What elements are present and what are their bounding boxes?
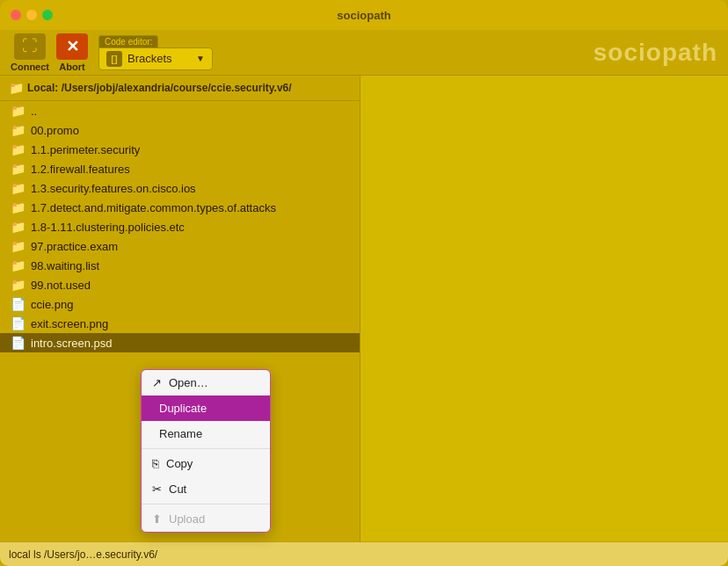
- traffic-lights: [11, 10, 53, 20]
- context-menu-divider: [142, 504, 270, 504]
- file-name: 1.1.perimeter.security: [31, 143, 140, 156]
- connect-label: Connect: [11, 62, 49, 72]
- file-panel-path: Local: /Users/jobj/alexandria/course/cci…: [27, 82, 292, 94]
- file-icon: 📁: [11, 162, 25, 176]
- file-name: intro.screen.psd: [31, 337, 113, 350]
- close-button[interactable]: [11, 10, 21, 20]
- context-menu-divider: [142, 448, 270, 449]
- main-area: 📁 Local: /Users/jobj/alexandria/course/c…: [0, 76, 728, 541]
- file-icon: 📄: [11, 336, 25, 350]
- connect-icon: ⛶: [14, 33, 46, 60]
- file-icon: 📁: [11, 278, 25, 292]
- context-menu-item-open[interactable]: ↗Open…: [142, 370, 270, 395]
- file-icon: 📁: [11, 181, 25, 195]
- file-name: 1.8-1.11.clustering.policies.etc: [31, 221, 185, 234]
- context-menu-item-duplicate[interactable]: Duplicate: [142, 395, 270, 421]
- file-name: 00.promo: [31, 124, 79, 137]
- context-menu: ↗Open…DuplicateRename⎘Copy✂Cut⬆Upload: [141, 369, 271, 533]
- file-icon: 📁: [11, 220, 25, 234]
- file-icon: 📁: [11, 239, 25, 253]
- code-editor-label: Code editor:: [98, 35, 158, 47]
- file-item[interactable]: 📁99.not.used: [0, 275, 360, 294]
- copy-label: Copy: [166, 457, 193, 470]
- abort-label: Abort: [59, 62, 84, 72]
- abort-icon: ✕: [56, 33, 88, 60]
- file-panel-header: 📁 Local: /Users/jobj/alexandria/course/c…: [0, 76, 360, 101]
- file-item[interactable]: 📁1.7.detect.and.mitigate.common.types.of…: [0, 198, 360, 217]
- file-item[interactable]: 📄ccie.png: [0, 294, 360, 314]
- context-menu-item-cut[interactable]: ✂Cut: [142, 476, 270, 502]
- app-title: sociopath: [593, 39, 717, 67]
- brackets-icon: []: [106, 51, 122, 67]
- right-panel: [360, 76, 728, 541]
- status-text: local ls /Users/jo…e.security.v6/: [9, 548, 157, 561]
- context-menu-item-rename[interactable]: Rename: [142, 421, 270, 446]
- file-item[interactable]: 📁97.practice.exam: [0, 236, 360, 256]
- window-title: sociopath: [337, 9, 390, 22]
- editor-name: Brackets: [127, 52, 191, 65]
- context-menu-item-copy[interactable]: ⎘Copy: [142, 451, 270, 476]
- status-bar: local ls /Users/jo…e.security.v6/: [0, 541, 728, 566]
- file-name: exit.screen.png: [31, 317, 108, 330]
- file-icon: 📄: [11, 297, 25, 311]
- file-item[interactable]: 📁..: [0, 101, 360, 120]
- file-name: ..: [31, 105, 37, 118]
- copy-icon: ⎘: [152, 457, 159, 470]
- file-item[interactable]: 📁98.waiting.list: [0, 256, 360, 275]
- connect-button[interactable]: ⛶ Connect: [11, 33, 49, 72]
- file-item[interactable]: 📄exit.screen.png: [0, 314, 360, 333]
- file-name: 1.3.security.features.on.cisco.ios: [31, 182, 196, 195]
- code-editor-select[interactable]: [] Brackets ▼: [98, 47, 213, 70]
- upload-icon: ⬆: [152, 512, 162, 526]
- file-item[interactable]: 📁00.promo: [0, 120, 360, 140]
- duplicate-label: Duplicate: [159, 402, 207, 415]
- abort-button[interactable]: ✕ Abort: [56, 33, 88, 72]
- folder-icon: 📁: [9, 81, 24, 95]
- file-name: ccie.png: [31, 298, 73, 311]
- rename-label: Rename: [159, 427, 202, 440]
- file-icon: 📁: [11, 200, 25, 214]
- file-name: 97.practice.exam: [31, 240, 118, 253]
- file-item[interactable]: 📄intro.screen.psd: [0, 333, 360, 352]
- file-icon: 📁: [11, 104, 25, 118]
- upload-label: Upload: [169, 512, 205, 526]
- file-item[interactable]: 📁1.8-1.11.clustering.policies.etc: [0, 217, 360, 236]
- minimize-button[interactable]: [26, 10, 37, 20]
- file-name: 99.not.used: [31, 279, 91, 292]
- file-item[interactable]: 📁1.3.security.features.on.cisco.ios: [0, 178, 360, 198]
- file-item[interactable]: 📁1.2.firewall.features: [0, 159, 360, 178]
- file-icon: 📄: [11, 316, 25, 330]
- title-bar: sociopath: [0, 0, 728, 30]
- file-icon: 📁: [11, 258, 25, 272]
- file-item[interactable]: 📁1.1.perimeter.security: [0, 140, 360, 159]
- open-label: Open…: [169, 376, 208, 389]
- maximize-button[interactable]: [42, 10, 53, 20]
- file-name: 1.7.detect.and.mitigate.common.types.of.…: [31, 201, 276, 214]
- code-editor-group: Code editor: [] Brackets ▼: [98, 35, 213, 70]
- open-icon: ↗: [152, 376, 162, 389]
- file-name: 98.waiting.list: [31, 259, 99, 272]
- context-menu-item-upload: ⬆Upload: [142, 506, 270, 532]
- file-icon: 📁: [11, 142, 25, 156]
- toolbar: ⛶ Connect ✕ Abort Code editor: [] Bracke…: [0, 30, 728, 76]
- chevron-down-icon: ▼: [196, 54, 205, 63]
- file-name: 1.2.firewall.features: [31, 163, 130, 176]
- file-icon: 📁: [11, 123, 25, 137]
- cut-label: Cut: [169, 483, 186, 496]
- cut-icon: ✂: [152, 483, 162, 496]
